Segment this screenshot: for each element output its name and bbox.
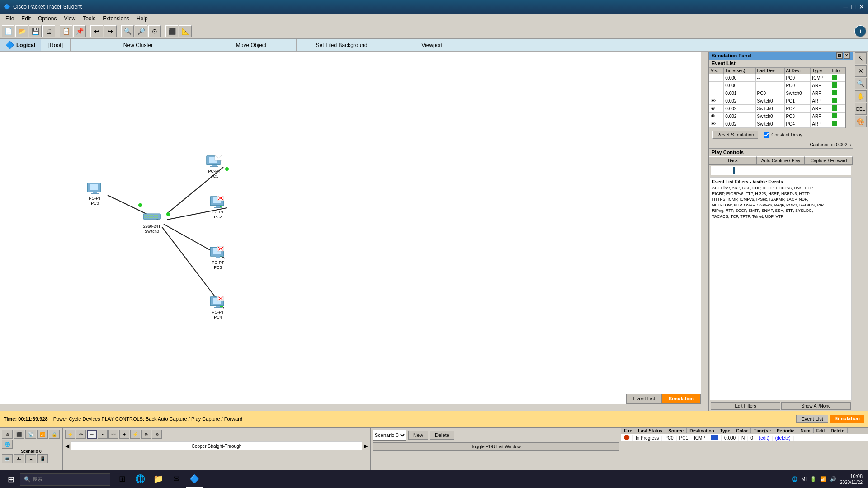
event-row-5[interactable]: 👁 0.002 Switch0 PC3 ARP	[709, 113, 845, 120]
panel-close-button[interactable]: ✕	[844, 52, 850, 59]
scenario-selector[interactable]: Scenario 0	[373, 430, 406, 441]
horizontal-scrollbar[interactable]	[0, 404, 701, 411]
back-button[interactable]: Back	[709, 156, 757, 165]
new-button[interactable]: 📄	[2, 25, 14, 37]
delete-pdu-button[interactable]: Delete	[430, 431, 454, 440]
node-pc2[interactable]: PC-PTPC2	[209, 195, 227, 220]
event-row-1[interactable]: 0.000 -- PC0 ARP	[709, 82, 845, 89]
cable-dot-icon[interactable]: •	[98, 430, 108, 439]
node-pc0[interactable]: PC-PTPC0	[86, 182, 104, 206]
custom2-button[interactable]: 📐	[179, 25, 192, 37]
move-tool-button[interactable]: ✕	[855, 65, 867, 77]
simulation-tab[interactable]: Simulation	[662, 394, 701, 404]
node-pc1[interactable]: PC-PTPC1	[205, 155, 223, 179]
event-list-scrollbar[interactable]	[845, 67, 853, 128]
open-button[interactable]: 📂	[15, 25, 28, 37]
cable-straight-icon[interactable]: ─	[87, 430, 97, 439]
nav-new-cluster[interactable]: New Cluster	[71, 39, 206, 51]
panel-undock-button[interactable]: ⊡	[836, 52, 843, 59]
cable-scroll-right[interactable]: ▶	[364, 443, 368, 449]
cable-fiber-icon[interactable]: ⊗	[152, 430, 162, 439]
phone-icon-btn[interactable]: 📱	[37, 454, 48, 463]
simulation-status-tab[interactable]: Simulation	[830, 415, 864, 423]
nav-move-object[interactable]: Move Object	[206, 39, 297, 51]
cable-zig-icon[interactable]: ⚡	[130, 430, 140, 439]
event-list-tab[interactable]: Event List	[626, 394, 661, 404]
pdu-delete[interactable]: (delete)	[773, 436, 794, 441]
router-icon-btn[interactable]: 🖥	[2, 430, 13, 439]
switch-icon-btn[interactable]: ⬛	[14, 430, 24, 439]
zoom-reset-button[interactable]: ⊙	[148, 25, 161, 37]
print-button[interactable]: 🖨	[42, 25, 55, 37]
menu-tools[interactable]: Tools	[79, 14, 99, 23]
cable-plus-icon[interactable]: ✦	[119, 430, 129, 439]
taskbar-edge-button[interactable]: 🌐	[132, 471, 148, 488]
redo-button[interactable]: ↪	[104, 25, 117, 37]
custom1-button[interactable]: ⬛	[165, 25, 178, 37]
cable-scroll-left[interactable]: ◀	[65, 443, 69, 449]
menu-options[interactable]: Options	[34, 14, 60, 23]
nav-set-tiled-bg[interactable]: Set Tiled Background	[297, 39, 387, 51]
event-list-status-tab[interactable]: Event List	[796, 415, 828, 423]
vertical-scrollbar[interactable]	[701, 52, 708, 411]
paste-button[interactable]: 📌	[73, 25, 86, 37]
search-bar[interactable]: 🔍 搜索	[20, 473, 110, 486]
menu-help[interactable]: Help	[133, 14, 151, 23]
cable-coax-icon[interactable]: ⊕	[141, 430, 151, 439]
menu-file[interactable]: File	[2, 14, 18, 23]
undo-button[interactable]: ↩	[90, 25, 103, 37]
taskbar-mail-button[interactable]: ✉	[168, 471, 184, 488]
constant-delay-checkbox[interactable]	[764, 132, 769, 138]
close-button[interactable]: ✕	[859, 3, 864, 10]
hub-icon-btn[interactable]: 📡	[25, 430, 36, 439]
new-pdu-button[interactable]: New	[408, 431, 428, 440]
select-tool-button[interactable]: ↖	[855, 52, 867, 64]
zoom-in-button[interactable]: 🔍	[121, 25, 134, 37]
cable-wave-icon[interactable]: 〰	[108, 430, 118, 439]
taskbar-explorer-button[interactable]: 📁	[150, 471, 166, 488]
event-row-6[interactable]: 👁 0.002 Switch0 PC4 ARP	[709, 120, 845, 128]
palette-button[interactable]: 🎨	[855, 116, 867, 127]
event-row-4[interactable]: 👁 0.002 Switch0 PC2 ARP	[709, 105, 845, 113]
node-switch0[interactable]: 2960-24TSwitch0	[143, 210, 161, 234]
security-icon-btn[interactable]: 🔒	[49, 430, 60, 439]
node-pc4[interactable]: PC-PTPC4	[209, 296, 227, 320]
maximize-button[interactable]: □	[852, 3, 855, 10]
menu-extensions[interactable]: Extensions	[99, 14, 133, 23]
edit-filters-button[interactable]: Edit Filters	[711, 402, 780, 410]
auto-capture-button[interactable]: Auto Capture / Play	[757, 156, 805, 165]
minimize-button[interactable]: ─	[844, 3, 848, 10]
menu-edit[interactable]: Edit	[18, 14, 34, 23]
show-all-button[interactable]: Show All/None	[781, 402, 851, 410]
zoom-out-button[interactable]: 🔎	[135, 25, 147, 37]
zoom-tool-button[interactable]: 🔍	[855, 78, 867, 89]
toggle-pdu-window-button[interactable]: Toggle PDU List Window	[373, 442, 619, 451]
event-row-0[interactable]: 0.000 -- PC0 ICMP	[709, 74, 845, 82]
pc-icon-btn[interactable]: 💻	[2, 454, 13, 463]
cloud-icon-btn[interactable]: ☁	[25, 454, 36, 463]
start-button[interactable]: ⊞	[2, 471, 20, 488]
nav-logical[interactable]: 🔷 Logical	[0, 39, 41, 51]
node-pc3[interactable]: PC-PTPC3	[209, 246, 227, 270]
play-progress-bar[interactable]	[711, 166, 851, 175]
copy-button[interactable]: 📋	[60, 25, 72, 37]
delete-tool-button[interactable]: DEL	[855, 103, 867, 115]
reset-simulation-button[interactable]: Reset Simulation	[712, 131, 758, 139]
taskbar-cisco-button[interactable]: 🔷	[186, 471, 203, 488]
taskview-button[interactable]: ⊞	[114, 471, 130, 488]
pdu-edit[interactable]: (edit)	[756, 436, 773, 441]
nav-viewport[interactable]: Viewport	[387, 39, 477, 51]
wan-icon-btn[interactable]: 🌐	[2, 440, 13, 449]
save-button[interactable]: 💾	[29, 25, 42, 37]
network-canvas[interactable]: PC-PTPC0 PC-PTPC1	[0, 52, 708, 411]
capture-forward-button[interactable]: Capture / Forward	[805, 156, 853, 165]
nav-root[interactable]: [Root]	[41, 39, 71, 51]
event-row-2[interactable]: 0.001 PC0 Switch0 ARP	[709, 89, 845, 97]
wireless-icon-btn[interactable]: 📶	[37, 430, 48, 439]
menu-view[interactable]: View	[60, 14, 79, 23]
cable-draw-icon[interactable]: ✏	[76, 430, 86, 439]
server-icon-btn[interactable]: 🖧	[14, 454, 24, 463]
cable-lightning-icon[interactable]: ⚡	[65, 430, 75, 439]
hand-tool-button[interactable]: ✋	[855, 90, 867, 102]
event-row-3[interactable]: 👁 0.002 Switch0 PC1 ARP	[709, 97, 845, 105]
